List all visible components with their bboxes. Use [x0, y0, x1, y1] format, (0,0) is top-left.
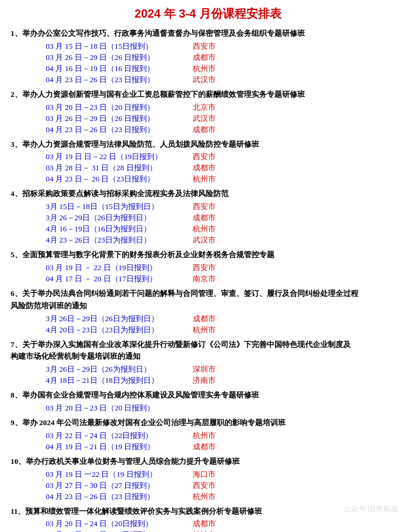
schedule-dates: 4月 18日－21日（18日为报到日）: [46, 375, 181, 386]
section-header-10: 10、举办行政机关事业单位财务与管理人员综合能力提升专题研修班: [11, 456, 405, 468]
schedule-row: 04 月 23 日－26 日（23 日报到）杭州市: [11, 491, 405, 502]
section-header-5: 5、全面预算管理与数字化背景下的财务报表分析及企业财务税务合规管控专题: [11, 249, 405, 261]
schedule-row: 04 月 23 日－26 日（23 日报到）武汉市: [11, 75, 405, 85]
schedule-city: 长沙市: [193, 530, 216, 532]
schedule-city: 南京市: [193, 274, 216, 284]
section-header-8: 8、举办国有企业合规管理与合规内控体系建设及风险管理实务专题研修班: [11, 389, 405, 402]
schedule-row: 03 月 20 日－24 日（20日报到）成都市: [11, 518, 405, 529]
schedule-row: 04 月 16 日－20 日（16日报到）长沙市: [11, 530, 405, 532]
schedule-city: 杭州市: [193, 63, 216, 74]
schedule-dates: 04 月 16 日－20 日（16日报到）: [46, 530, 181, 532]
schedule-dates: 03 月 22 日－24 日（22日报到）: [46, 430, 181, 441]
schedule-dates: 04 月 23 日－26 日（23 日报到）: [46, 75, 181, 85]
schedule-dates: 3月 26－29日（26日为报到日）: [46, 213, 181, 223]
schedule-row: 3月 26日－29日（26为报到日）深圳市: [11, 364, 405, 375]
schedule-dates: 03 月 19 日 － 22 日（19日报到）: [46, 262, 181, 273]
schedule-dates: 4月 20日－23日（23日为报到日）: [46, 325, 181, 335]
schedule-row: 04 月 17 日 － 20 日（17日报到）南京市: [11, 274, 405, 284]
section-header-7: 7、关于举办深入实施国有企业改革深化提升行动暨新修订《公司法》下完善中国特色现代…: [11, 339, 405, 363]
schedule-city: 成都市: [193, 518, 216, 529]
schedule-city: 北京市: [193, 102, 216, 113]
schedule-city: 深圳市: [193, 364, 216, 375]
schedule-row: 03 月 22 日－24 日（22日报到）杭州市: [11, 430, 405, 441]
schedule-city: 西安市: [193, 201, 216, 212]
schedule-dates: 03 月 27 日－30 日（27 日报到）: [46, 480, 181, 491]
schedule-city: 西安市: [193, 151, 216, 162]
section-header-6: 6、关于举办民法典合同纠纷通则若干问题的解释与合同管理、审查、签订、履行及合同纠…: [11, 288, 405, 312]
section-header-3: 3、举办人力资源合规管理与法律风险防范、人员划拨风险防控专题研修班: [11, 139, 405, 151]
schedule-city: 成都市: [193, 442, 216, 452]
schedule-row: 03 月 15 日－18 日（15日报到）西安市: [11, 41, 405, 52]
schedule-row: 4月 16－19日（16日为报到日）杭州市: [11, 224, 405, 234]
schedule-city: 西安市: [193, 480, 216, 491]
content-area: 1、举办办公室公文写作技巧、行政事务沟通督查督办与保密管理及会务组织专题研修班0…: [11, 28, 405, 532]
schedule-city: 杭州市: [193, 174, 216, 184]
schedule-dates: 03 月 20 日－24 日（20日报到）: [46, 518, 181, 529]
page-title: 2024 年 3-4 月份课程安排表: [11, 6, 405, 22]
schedule-city: 杭州市: [193, 224, 216, 234]
schedule-row: 03 月 19 日 － 22 日（19日报到）西安市: [11, 262, 405, 273]
schedule-dates: 03 月 19 日 一22 日（19 日报到）: [46, 469, 181, 480]
section-header-9: 9、举办 2024 年公司法最新修改对国有企业公司治理与高层履职的影响专题培训班: [11, 417, 405, 429]
schedule-row: 4月 23－26日（23日为报到日）武汉市: [11, 235, 405, 245]
schedule-dates: 04 月 17 日 － 20 日（17日报到）: [46, 274, 181, 284]
schedule-city: 成都市: [193, 163, 216, 173]
schedule-row: 04 月 23 日－26 日（23 日报到）成都市: [11, 124, 405, 135]
schedule-city: 成都市: [193, 314, 216, 324]
schedule-dates: 03 月 19 日 日－22 日（19日报到）: [46, 151, 181, 162]
schedule-dates: 03 月 26 日－29 日（26 日报到）: [46, 52, 181, 63]
schedule-city: 济南市: [193, 375, 216, 386]
schedule-dates: 3月 26日－29日（26日为报到日）: [46, 314, 181, 324]
schedule-city: 杭州市: [193, 325, 216, 335]
schedule-city: 海口市: [193, 469, 216, 480]
schedule-row: 03 月 26 日－29 日（26 日报到）武汉市: [11, 113, 405, 124]
section-header-2: 2、举办人力资源创新管理与国有企业工资总额薪管控下的薪酬绩效管理实务专题研修班: [11, 89, 405, 101]
watermark: 公众号·国资新政: [343, 504, 398, 514]
schedule-city: 武汉市: [193, 235, 216, 245]
schedule-city: 武汉市: [193, 113, 216, 124]
schedule-city: 成都市: [193, 124, 216, 135]
schedule-city: 西安市: [193, 41, 216, 52]
schedule-row: 03 月 20 日－23 日（20 日报到）: [11, 403, 405, 413]
schedule-dates: 3月 26日－29日（26为报到日）: [46, 364, 181, 375]
schedule-dates: 3月 15日－18日（15日为报到日）: [46, 201, 181, 212]
schedule-dates: 04 月 19 日－21 日（19 日报到）: [46, 442, 181, 452]
schedule-row: 04 月 19 日－21 日（19 日报到）成都市: [11, 442, 405, 452]
schedule-row: 03 月 20 日－23 日（20 日报到）北京市: [11, 102, 405, 113]
schedule-city: 杭州市: [193, 430, 216, 441]
schedule-row: 03 月 19 日 一22 日（19 日报到）海口市: [11, 469, 405, 480]
schedule-dates: 03 月 15 日－18 日（15日报到）: [46, 41, 181, 52]
section-header-4: 4、招标采购政策要点解读与招标采购全流程实务及法律风险防范: [11, 188, 405, 200]
schedule-dates: 04 月 23 日－26 日（23 日报到）: [46, 124, 181, 135]
schedule-row: 03 月 28 日－ 31 日（28 日报到）成都市: [11, 163, 405, 173]
schedule-row: 3月 26日－29日（26日为报到日）成都市: [11, 314, 405, 324]
schedule-row: 03 月 27 日－30 日（27 日报到）西安市: [11, 480, 405, 491]
schedule-dates: 03 月 20 日－23 日（20 日报到）: [46, 403, 181, 413]
schedule-city: 杭州市: [193, 491, 216, 502]
schedule-row: 03 月 26 日－29 日（26 日报到）成都市: [11, 52, 405, 63]
schedule-row: 3月 15日－18日（15日为报到日）西安市: [11, 201, 405, 212]
section-header-1: 1、举办办公室公文写作技巧、行政事务沟通督查督办与保密管理及会务组织专题研修班: [11, 28, 405, 40]
schedule-row: 4月 20日－23日（23日为报到日）杭州市: [11, 325, 405, 335]
schedule-dates: 03 月 20 日－23 日（20 日报到）: [46, 102, 181, 113]
schedule-city: 成都市: [193, 213, 216, 223]
schedule-city: 西安市: [193, 262, 216, 273]
schedule-row: 3月 26－29日（26日为报到日）成都市: [11, 213, 405, 223]
schedule-dates: 04 月 23 日－26 日（23 日报到）: [46, 491, 181, 502]
schedule-dates: 04 月 16 日－19 日（16 日报到）: [46, 63, 181, 74]
schedule-row: 04 月 16 日－19 日（16 日报到）杭州市: [11, 63, 405, 74]
schedule-city: 武汉市: [193, 75, 216, 85]
schedule-dates: 03 月 28 日－ 31 日（28 日报到）: [46, 163, 181, 173]
schedule-row: 04 月 23 日－ 26 日（23日报到）杭州市: [11, 174, 405, 184]
schedule-city: 成都市: [193, 52, 216, 63]
schedule-row: 4月 18日－21日（18日为报到日）济南市: [11, 375, 405, 386]
schedule-dates: 03 月 26 日－29 日（26 日报到）: [46, 113, 181, 124]
schedule-dates: 4月 23－26日（23日为报到日）: [46, 235, 181, 245]
schedule-row: 03 月 19 日 日－22 日（19日报到）西安市: [11, 151, 405, 162]
schedule-dates: 04 月 23 日－ 26 日（23日报到）: [46, 174, 181, 184]
schedule-dates: 4月 16－19日（16日为报到日）: [46, 224, 181, 234]
